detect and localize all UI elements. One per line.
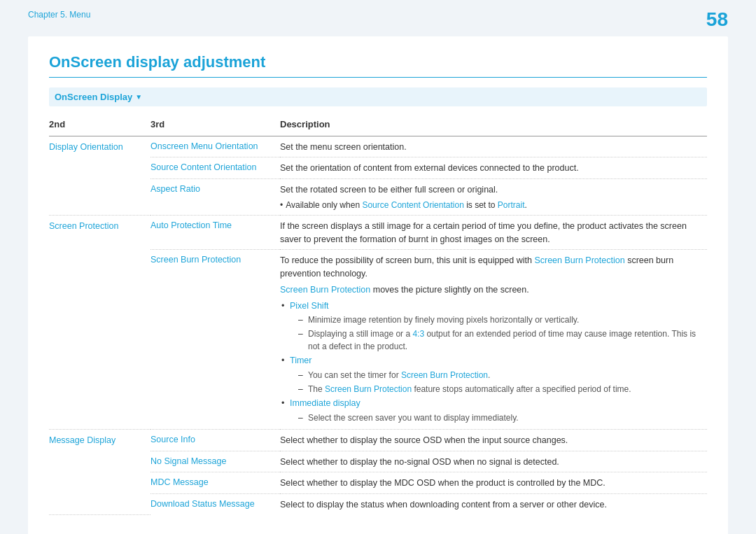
- onscreen-menu-orientation-link[interactable]: Onscreen Menu Orientation: [150, 141, 258, 151]
- table-row: Display Orientation Onscreen Menu Orient…: [49, 136, 707, 157]
- desc-cell: Set the menu screen orientation.: [280, 136, 707, 157]
- aspect-note: • Available only when Source Content Ori…: [280, 199, 701, 211]
- message-display-link[interactable]: Message Display: [49, 435, 115, 445]
- chapter-header: Chapter 5. Menu 58: [0, 0, 756, 36]
- sub-item: The Screen Burn Protection feature stops…: [297, 383, 701, 395]
- main-table: 2nd 3rd Description Display Orientation …: [49, 113, 707, 515]
- screen-burn-intro: To reduce the possibility of screen burn…: [280, 254, 701, 281]
- third-col-cell: Source Info: [150, 429, 280, 451]
- section-title: OnScreen display adjustment: [49, 53, 707, 78]
- mdc-message-link[interactable]: MDC Message: [150, 477, 209, 487]
- desc-cell: If the screen displays a still image for…: [280, 215, 707, 250]
- immediate-display-link[interactable]: Immediate display: [290, 398, 360, 408]
- page-number: 58: [706, 10, 728, 29]
- col-header-3rd: 3rd: [150, 113, 280, 136]
- screen-burn-protection-inline-link[interactable]: Screen Burn Protection: [534, 255, 624, 265]
- desc-cell: Set the rotated screen to be either full…: [280, 179, 707, 216]
- 43-link[interactable]: 4:3: [412, 329, 424, 339]
- bullet-pixel-shift: Pixel Shift Minimize image retention by …: [280, 300, 701, 353]
- display-orientation-link[interactable]: Display Orientation: [49, 142, 123, 152]
- download-status-message-link[interactable]: Download Status Message: [150, 499, 255, 509]
- screen-burn-stops-link[interactable]: Screen Burn Protection: [325, 384, 412, 394]
- timer-link[interactable]: Timer: [290, 356, 312, 365]
- auto-protection-time-link[interactable]: Auto Protection Time: [150, 220, 232, 230]
- chapter-label: Chapter 5. Menu: [28, 10, 90, 20]
- group-label-display-orientation: Display Orientation: [49, 136, 150, 215]
- third-col-cell: Source Content Orientation: [150, 157, 280, 179]
- group-label-message-display: Message Display: [49, 429, 150, 515]
- third-col-cell: No Signal Message: [150, 451, 280, 472]
- bullet-immediate-display: Immediate display Select the screen save…: [280, 397, 701, 424]
- immediate-display-sub-list: Select the screen saver you want to disp…: [297, 412, 701, 424]
- desc-cell: Select whether to display the source OSD…: [280, 429, 707, 451]
- pixel-shift-link[interactable]: Pixel Shift: [290, 301, 329, 311]
- screen-burn-protection-link[interactable]: Screen Burn Protection: [150, 255, 241, 265]
- screen-burn-moves: Screen Burn Protection moves the picture…: [280, 283, 701, 297]
- desc-cell: Select whether to display the no-signal …: [280, 451, 707, 472]
- third-col-cell: Download Status Message: [150, 494, 280, 515]
- source-content-orientation-link[interactable]: Source Content Orientation: [150, 162, 256, 172]
- timer-sub-list: You can set the timer for Screen Burn Pr…: [297, 369, 701, 395]
- screen-burn-moves-link[interactable]: Screen Burn Protection: [280, 285, 370, 295]
- content-area: OnScreen display adjustment OnScreen Dis…: [28, 36, 728, 534]
- third-col-cell: Aspect Ratio: [150, 179, 280, 216]
- screen-burn-bullet-list: Pixel Shift Minimize image retention by …: [280, 300, 701, 424]
- sub-item: You can set the timer for Screen Burn Pr…: [297, 369, 701, 381]
- screen-protection-link[interactable]: Screen Protection: [49, 221, 118, 231]
- portrait-link[interactable]: Portrait: [498, 200, 525, 210]
- table-row: Screen Protection Auto Protection Time I…: [49, 215, 707, 250]
- bullet-timer: Timer You can set the timer for Screen B…: [280, 354, 701, 395]
- screen-burn-desc-cell: To reduce the possibility of screen burn…: [280, 250, 707, 430]
- third-col-cell: Auto Protection Time: [150, 215, 280, 250]
- source-info-link[interactable]: Source Info: [150, 435, 195, 444]
- desc-cell: Select whether to display the MDC OSD wh…: [280, 472, 707, 494]
- aspect-ratio-link[interactable]: Aspect Ratio: [150, 184, 200, 194]
- bullet-point: •: [280, 199, 283, 211]
- table-header-row: 2nd 3rd Description: [49, 113, 707, 136]
- subsection-header: OnScreen Display ▼: [49, 87, 707, 106]
- subsection-title: OnScreen Display: [55, 92, 132, 102]
- desc-cell: Set the orientation of content from exte…: [280, 157, 707, 179]
- sub-item: Displaying a still image or a 4:3 output…: [297, 328, 701, 353]
- page: Chapter 5. Menu 58 OnScreen display adju…: [0, 0, 756, 534]
- source-content-orientation-note-link[interactable]: Source Content Orientation: [362, 200, 463, 210]
- sub-item: Minimize image retention by finely movin…: [297, 314, 701, 326]
- third-col-cell: Onscreen Menu Orientation: [150, 136, 280, 157]
- desc-cell: Select to display the status when downlo…: [280, 494, 707, 515]
- pixel-shift-sub-list: Minimize image retention by finely movin…: [297, 314, 701, 353]
- third-col-cell: MDC Message: [150, 472, 280, 494]
- screen-burn-timer-link[interactable]: Screen Burn Protection: [401, 370, 488, 380]
- table-row: Message Display Source Info Select wheth…: [49, 429, 707, 451]
- no-signal-message-link[interactable]: No Signal Message: [150, 456, 226, 466]
- col-header-desc: Description: [280, 113, 707, 136]
- dropdown-icon: ▼: [135, 93, 142, 101]
- group-label-screen-protection: Screen Protection: [49, 215, 150, 429]
- third-col-cell: Screen Burn Protection: [150, 250, 280, 430]
- aspect-bullet: • Available only when Source Content Ori…: [280, 199, 701, 211]
- sub-item: Select the screen saver you want to disp…: [297, 412, 701, 424]
- aspect-note-text: Available only when Source Content Orien…: [286, 199, 527, 211]
- col-header-2nd: 2nd: [49, 113, 150, 136]
